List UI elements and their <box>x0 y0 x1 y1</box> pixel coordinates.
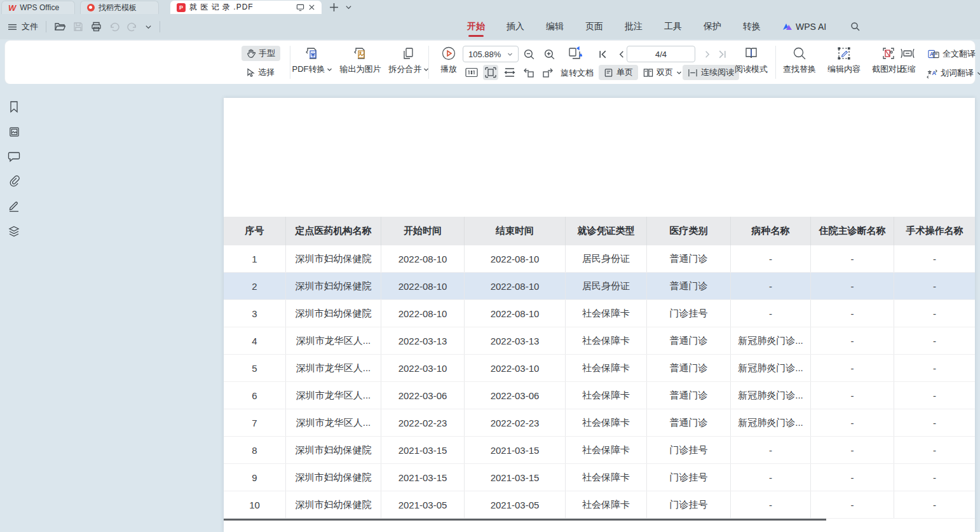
rotate-left-button[interactable] <box>521 65 536 80</box>
table-cell: 2022-03-13 <box>465 327 566 354</box>
edit-content-button[interactable]: 编辑内容 <box>824 46 864 75</box>
table-cell: - <box>811 355 894 381</box>
edit-content-label: 编辑内容 <box>827 64 861 75</box>
table-cell: 居民身份证 <box>566 245 647 272</box>
page-indicator-input[interactable]: 4/4 <box>627 46 695 62</box>
find-replace-label: 查找替换 <box>783 64 816 75</box>
word-translate-label: 划词翻译 <box>941 67 974 79</box>
table-header-cell: 开始时间 <box>381 217 465 245</box>
ribbon-tab-home[interactable]: 开始 <box>467 14 485 39</box>
bookmark-icon[interactable] <box>8 100 20 113</box>
zoom-level-select[interactable]: 105.88% <box>463 46 519 62</box>
ribbon-tab-page[interactable]: 页面 <box>585 14 603 39</box>
attachment-icon[interactable] <box>8 175 20 187</box>
table-cell: - <box>731 273 811 299</box>
full-translate-icon: A <box>928 49 939 59</box>
chevron-down-icon <box>507 51 513 57</box>
menubar-search-icon[interactable] <box>850 22 861 32</box>
undo-icon[interactable] <box>109 22 119 32</box>
table-cell: 2021-03-05 <box>381 491 465 518</box>
table-cell: - <box>811 273 894 299</box>
table-cell: 深圳市龙华区人... <box>286 382 381 409</box>
table-cell: - <box>894 382 975 409</box>
rotate-right-button[interactable] <box>540 65 555 80</box>
tab-list-chevron-icon[interactable] <box>345 4 352 11</box>
qat-chevron-icon[interactable] <box>145 24 152 31</box>
table-cell: 社会保障卡 <box>566 409 647 436</box>
table-cell: 7 <box>224 409 286 436</box>
thumbnail-icon[interactable] <box>8 126 20 138</box>
word-translate-button[interactable]: A 划词翻译 <box>927 67 980 79</box>
table-cell: 深圳市龙华区人... <box>286 409 381 436</box>
table-header-cell: 医疗类别 <box>647 217 731 245</box>
wps-ai-button[interactable]: WPS AI <box>782 22 826 32</box>
play-button[interactable]: 播放 <box>435 46 463 75</box>
read-mode-button[interactable]: 阅读模式 <box>731 46 772 75</box>
monitor-icon[interactable] <box>296 3 304 11</box>
next-page-button[interactable] <box>699 46 714 62</box>
pdf-convert-button[interactable]: PDF转换 <box>291 46 333 75</box>
double-page-button[interactable]: 双页 <box>638 65 687 80</box>
wps-ai-logo-icon <box>782 22 793 31</box>
first-page-button[interactable] <box>595 46 610 62</box>
document-viewport[interactable]: 序号定点医药机构名称开始时间结束时间就诊凭证类型医疗类别病种名称住院主诊断名称手… <box>28 84 980 532</box>
double-page-label: 双页 <box>657 67 673 78</box>
ribbon-tab-protect[interactable]: 保护 <box>704 14 721 39</box>
ribbon-tab-annotate[interactable]: 批注 <box>625 14 643 39</box>
table-cell: 9 <box>224 464 286 491</box>
select-tool-label: 选择 <box>258 67 275 78</box>
ribbon-tab-insert[interactable]: 插入 <box>507 14 524 39</box>
ribbon-tabs: 开始 插入 编辑 页面 批注 工具 保护 转换 WPS AI <box>467 14 861 39</box>
table-cell: 普通门诊 <box>647 409 731 436</box>
table-cell: 普通门诊 <box>647 382 731 409</box>
rotate-doc-label[interactable]: 旋转文档 <box>561 67 594 79</box>
zoom-in-button[interactable] <box>541 46 557 62</box>
table-row: 2深圳市妇幼保健院2022-08-102022-08-10居民身份证普通门诊--… <box>224 273 975 300</box>
ribbon-toolbar: 手型 选择 PDF转换 输出为图片 拆分合并 <box>5 41 975 84</box>
hand-tool-label: 手型 <box>259 48 275 59</box>
redo-icon[interactable] <box>127 22 137 32</box>
tab-docer-templates[interactable]: 找稻壳模板 <box>80 1 159 14</box>
table-row: 6深圳市龙华区人...2022-03-062022-03-06社会保障卡普通门诊… <box>224 382 975 409</box>
file-menu-button[interactable]: 文件 <box>8 21 38 32</box>
layers-icon[interactable] <box>8 225 20 238</box>
table-cell: 2022-03-06 <box>381 382 465 409</box>
save-icon[interactable] <box>73 22 83 32</box>
signature-icon[interactable] <box>8 200 20 212</box>
fit-page-button[interactable] <box>483 65 498 80</box>
ribbon-tab-tools[interactable]: 工具 <box>664 14 682 39</box>
actual-size-button[interactable] <box>464 65 479 80</box>
single-page-button[interactable]: 单页 <box>599 65 638 80</box>
table-cell: - <box>811 409 894 436</box>
new-tab-icon[interactable] <box>329 3 339 12</box>
table-cell: 社会保障卡 <box>566 355 647 381</box>
select-tool-button[interactable]: 选择 <box>242 65 280 80</box>
open-file-icon[interactable] <box>54 22 65 32</box>
table-header-row: 序号定点医药机构名称开始时间结束时间就诊凭证类型医疗类别病种名称住院主诊断名称手… <box>224 217 975 245</box>
chevron-down-icon <box>327 67 332 72</box>
split-merge-button[interactable]: 拆分合并 <box>386 46 431 75</box>
book-icon <box>744 46 759 61</box>
table-row: 9深圳市妇幼保健院2021-03-152021-03-15社会保障卡门诊挂号--… <box>224 464 975 491</box>
table-header-cell: 定点医药机构名称 <box>286 217 381 245</box>
hand-tool-button[interactable]: 手型 <box>242 46 280 61</box>
compress-button[interactable]: 压缩 <box>894 46 922 75</box>
fit-width-button[interactable] <box>502 65 517 80</box>
zoom-out-button[interactable] <box>521 46 536 62</box>
table-cell: 2 <box>224 273 286 299</box>
table-cell: 社会保障卡 <box>566 491 647 518</box>
tab-wps-office[interactable]: W WPS Office <box>1 1 75 14</box>
last-page-button[interactable] <box>714 46 730 62</box>
comment-icon[interactable] <box>8 151 20 162</box>
tab-document-pdf[interactable]: P 就 医 记 录 .PDF <box>170 1 322 14</box>
ribbon-tab-convert[interactable]: 转换 <box>743 14 761 39</box>
find-replace-button[interactable]: 查找替换 <box>779 46 820 75</box>
ribbon-tab-edit[interactable]: 编辑 <box>546 14 564 39</box>
export-image-button[interactable]: 输出为图片 <box>336 46 385 75</box>
rotate-pages-icon[interactable] <box>567 46 582 61</box>
print-icon[interactable] <box>91 22 102 32</box>
close-icon[interactable] <box>308 4 315 11</box>
table-cell: 深圳市妇幼保健院 <box>286 437 381 463</box>
table-cell: - <box>894 409 975 436</box>
full-translate-button[interactable]: A 全文翻译 <box>928 48 976 60</box>
